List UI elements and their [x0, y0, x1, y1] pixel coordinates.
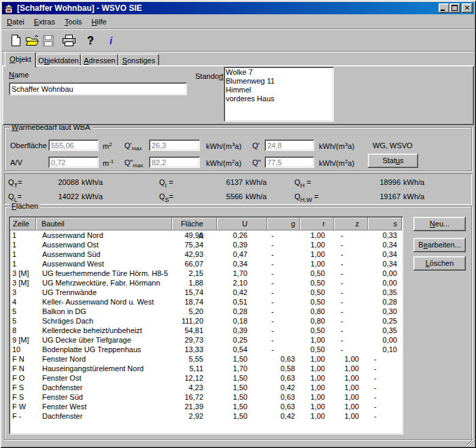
bearbeiten-button[interactable]: Bearbeiten...: [413, 238, 466, 252]
column-header[interactable]: g: [267, 218, 300, 230]
resize-grip-icon[interactable]: [465, 437, 474, 446]
neu-button[interactable]: Neu...: [413, 217, 466, 231]
new-document-button[interactable]: [7, 33, 24, 49]
table-row[interactable]: 5Schräges Dach111,200,18-0,80-0,25: [10, 316, 402, 326]
name-label: Name: [9, 71, 29, 79]
table-cell: 0,00: [368, 278, 402, 288]
q-unit: kWh/a: [82, 178, 103, 186]
table-row[interactable]: F OFenster Ost12,121,500,631,001,00-: [10, 373, 402, 383]
maximize-button[interactable]: [449, 3, 460, 13]
table-cell: -: [368, 364, 402, 373]
column-header[interactable]: s: [368, 218, 402, 230]
column-header[interactable]: U: [217, 218, 267, 230]
standort-item[interactable]: Blumenweg 11: [226, 77, 334, 86]
table-cell: 0,30: [368, 307, 402, 316]
table-row[interactable]: 5Balkon in DG5,200,28-0,80-0,30: [10, 307, 402, 316]
table-row[interactable]: 9 [M]UG Decke über Tiefgarage29,730,25-1…: [10, 335, 402, 345]
table-cell: -: [267, 249, 300, 259]
table-row[interactable]: 1Aussenwand Nord49,900,26-1,00-0,33: [10, 230, 402, 240]
title-bar[interactable]: [Schaffer Wohnbau] - WSVO SIE ✕: [2, 2, 474, 14]
table-cell: 0,50: [300, 326, 334, 335]
table-cell: 1,70: [217, 364, 267, 373]
menu-datei[interactable]: Datei: [2, 16, 29, 27]
table-cell: 0,54: [217, 345, 267, 354]
standort-item[interactable]: Himmel: [226, 86, 334, 94]
info-button[interactable]: i: [103, 33, 119, 49]
table-cell: 111,20: [172, 316, 217, 326]
column-header[interactable]: r: [300, 218, 334, 230]
table-cell: 4,23: [172, 383, 217, 392]
column-header[interactable]: Fläche A: [172, 218, 217, 230]
minimize-button[interactable]: [439, 3, 449, 13]
name-input[interactable]: [9, 82, 187, 95]
q2-input[interactable]: [265, 156, 314, 168]
table-row[interactable]: F NHauseingangstürelement Nord5,111,700,…: [10, 364, 402, 373]
table-row[interactable]: 10Bodenplatte UG Treppenhaus13,330,54-0,…: [10, 345, 402, 354]
table-cell: 2,10: [217, 278, 267, 288]
table-row[interactable]: 1Aussenwand West66,070,34-1,00-0,34: [10, 259, 402, 269]
table-cell: -: [267, 307, 300, 316]
q-value: 6137: [188, 178, 243, 186]
table-cell: 1,00: [334, 392, 368, 402]
standort-item[interactable]: Wolke 7: [226, 68, 334, 77]
table-row[interactable]: F SFenster Süd16,721,500,631,001,00-: [10, 392, 402, 402]
tab-sonstiges[interactable]: Sonstiges: [118, 54, 159, 66]
q-unit: kWh/a: [245, 192, 267, 201]
table-row[interactable]: 1Aussenwand Süd42,930,47-1,00-0,34: [10, 249, 402, 259]
open-button[interactable]: [24, 33, 40, 49]
table-row[interactable]: 1Aussenwand Ost75,340,39-1,00-0,34: [10, 240, 402, 249]
table-row[interactable]: 3 [M]UG Mehrzwecktüre, Fabr. Hörmann1,88…: [10, 278, 402, 288]
qmax2-input[interactable]: [149, 156, 200, 168]
table-row[interactable]: 8Kellerdecke beheizt/unbeheizt54,810,39-…: [10, 326, 402, 335]
table-cell: 1,50: [217, 354, 267, 364]
column-header[interactable]: z: [334, 218, 368, 230]
column-header[interactable]: Zeile: [10, 218, 36, 230]
table-cell: -: [267, 335, 300, 345]
q2-label: Q": [252, 158, 260, 167]
flaechen-table[interactable]: ZeileBauteilFläche AUgrzs 1Aussenwand No…: [9, 216, 403, 434]
table-cell: 1: [10, 230, 36, 240]
table-cell: -: [334, 249, 368, 259]
help-button[interactable]: ?: [82, 33, 99, 49]
q-unit: kWh/a: [403, 192, 424, 201]
print-button[interactable]: [61, 33, 77, 49]
qmax1-input[interactable]: [149, 139, 200, 151]
table-cell: -: [334, 297, 368, 307]
av-input[interactable]: [48, 156, 99, 168]
table-cell: 0,58: [267, 364, 300, 373]
menu-extras[interactable]: Extras: [29, 16, 60, 27]
table-row[interactable]: 3 [M]UG feuerhemmende Türe Hörm. H8-52,1…: [10, 269, 402, 278]
column-header[interactable]: Bauteil: [36, 218, 172, 230]
oberflaeche-unit: m2: [103, 141, 112, 150]
table-cell: 0,50: [300, 269, 334, 278]
qmax2-label: Q"max: [124, 158, 143, 169]
status-button[interactable]: Status: [368, 154, 418, 168]
oberflaeche-input[interactable]: [48, 139, 99, 151]
table-row[interactable]: F -Dachfenster2,921,500,421,001,00-: [10, 411, 402, 421]
standort-item[interactable]: vorderes Haus: [226, 94, 334, 103]
table-cell: -: [368, 383, 402, 392]
loeschen-button[interactable]: Löschen: [413, 256, 466, 271]
save-button[interactable]: [40, 33, 56, 49]
toolbar-separator: [2, 51, 474, 52]
tab-objekt[interactable]: Objekt: [5, 52, 36, 67]
standort-listbox[interactable]: Wolke 7Blumenweg 11Himmelvorderes Haus: [224, 67, 334, 122]
menu-hilfe[interactable]: Hilfe: [87, 16, 112, 27]
menu-tools[interactable]: Tools: [60, 16, 87, 27]
save-icon: [42, 35, 54, 47]
tab-objektdaten[interactable]: Objektdaten: [36, 54, 81, 66]
tab-adressen[interactable]: Adressen: [81, 54, 118, 66]
close-button[interactable]: ✕: [462, 3, 473, 13]
q1-input[interactable]: [265, 139, 314, 151]
table-row[interactable]: 4Keller- Aussenwand Nord u. West18,740,5…: [10, 297, 402, 307]
table-cell: 0,25: [217, 335, 267, 345]
table-row[interactable]: F SDachfenster4,231,500,421,001,00-: [10, 383, 402, 392]
table-cell: 0,10: [368, 345, 402, 354]
table-cell: UG feuerhemmende Türe Hörm. H8-5: [36, 269, 172, 278]
table-row[interactable]: F NFenster Nord5,551,500,631,001,00-: [10, 354, 402, 364]
table-cell: Bodenplatte UG Treppenhaus: [36, 345, 172, 354]
table-cell: -: [334, 278, 368, 288]
table-row[interactable]: F WFenster West21,391,500,631,001,00-: [10, 402, 402, 411]
table-row[interactable]: 3UG Trennwände15,740,42-0,50-0,35: [10, 288, 402, 297]
table-cell: -: [334, 307, 368, 316]
